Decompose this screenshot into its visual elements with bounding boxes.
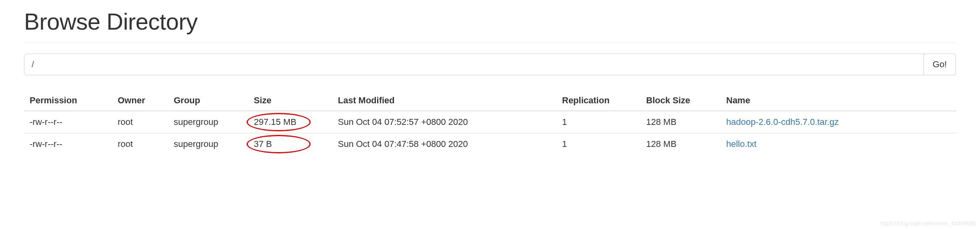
- table-row: -rw-r--r-- root supergroup 37 B Sun Oct …: [24, 133, 956, 155]
- cell-permission: -rw-r--r--: [24, 133, 112, 155]
- th-name: Name: [721, 90, 956, 111]
- th-size: Size: [248, 90, 332, 111]
- th-lastmod: Last Modified: [332, 90, 556, 111]
- file-link[interactable]: hadoop-2.6.0-cdh5.7.0.tar.gz: [726, 117, 839, 127]
- path-input[interactable]: [24, 54, 924, 75]
- th-replication: Replication: [556, 90, 641, 111]
- cell-lastmod: Sun Oct 04 07:47:58 +0800 2020: [332, 133, 556, 155]
- file-link[interactable]: hello.txt: [726, 139, 757, 149]
- table-row: -rw-r--r-- root supergroup 297.15 MB Sun…: [24, 111, 956, 133]
- cell-name: hadoop-2.6.0-cdh5.7.0.tar.gz: [721, 111, 956, 133]
- cell-replication: 1: [556, 111, 641, 133]
- divider: [24, 42, 956, 42]
- th-permission: Permission: [24, 90, 112, 111]
- cell-group: supergroup: [168, 133, 248, 155]
- go-button[interactable]: Go!: [924, 54, 956, 75]
- path-bar: Go!: [24, 54, 956, 75]
- cell-blocksize: 128 MB: [641, 111, 721, 133]
- th-owner: Owner: [112, 90, 168, 111]
- table-header-row: Permission Owner Group Size Last Modifie…: [24, 90, 956, 111]
- size-value: 297.15 MB: [254, 117, 296, 127]
- th-group: Group: [168, 90, 248, 111]
- cell-size: 37 B: [248, 133, 332, 155]
- th-blocksize: Block Size: [641, 90, 721, 111]
- file-table: Permission Owner Group Size Last Modifie…: [24, 90, 956, 155]
- cell-permission: -rw-r--r--: [24, 111, 112, 133]
- cell-replication: 1: [556, 133, 641, 155]
- size-value: 37 B: [254, 139, 272, 149]
- cell-lastmod: Sun Oct 04 07:52:57 +0800 2020: [332, 111, 556, 133]
- cell-owner: root: [112, 133, 168, 155]
- cell-group: supergroup: [168, 111, 248, 133]
- cell-name: hello.txt: [721, 133, 956, 155]
- cell-owner: root: [112, 111, 168, 133]
- cell-size: 297.15 MB: [248, 111, 332, 133]
- cell-blocksize: 128 MB: [641, 133, 721, 155]
- page-title: Browse Directory: [24, 8, 956, 35]
